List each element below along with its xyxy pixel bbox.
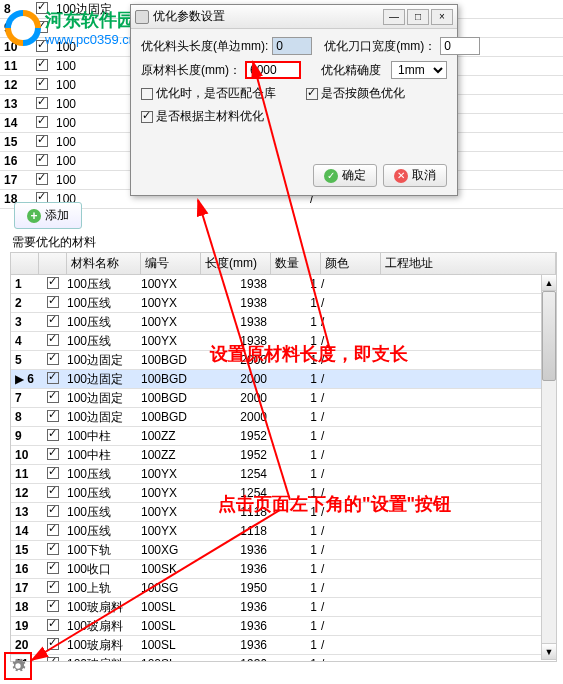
row-checkbox[interactable] (47, 410, 59, 422)
ok-button[interactable]: 确定 (313, 164, 377, 187)
col-name[interactable]: 材料名称 (67, 253, 141, 274)
table-row[interactable]: 21100玻扇料100SL19361/ (11, 655, 556, 661)
row-checkbox[interactable] (47, 486, 59, 498)
row-checkbox[interactable] (47, 581, 59, 593)
cut-width-label: 优化刀口宽度(mm)： (324, 38, 436, 55)
table-row[interactable]: 5100边固定100BGD20001/ (11, 351, 556, 370)
row-checkbox[interactable] (47, 543, 59, 555)
table-row[interactable]: 10100中柱100ZZ19521/ (11, 446, 556, 465)
watermark: 河东软件园 www.pc0359.cn (5, 8, 136, 47)
table-row[interactable]: 17100上轨100SG19501/ (11, 579, 556, 598)
table-row[interactable]: 13100压线100YX11181/ (11, 503, 556, 522)
dialog-icon (135, 10, 149, 24)
section-title: 需要优化的材料 (12, 234, 96, 251)
table-row[interactable]: 20100玻扇料100SL19361/ (11, 636, 556, 655)
cross-icon (394, 169, 408, 183)
table-row[interactable]: 4100压线100YX19381/ (11, 332, 556, 351)
row-checkbox[interactable] (47, 619, 59, 631)
row-checkbox[interactable] (47, 315, 59, 327)
match-warehouse-checkbox[interactable]: 优化时，是否匹配仓库 (141, 85, 276, 102)
check-icon (324, 169, 338, 183)
col-color[interactable]: 颜色 (321, 253, 381, 274)
table-row[interactable]: 3100压线100YX19381/ (11, 313, 556, 332)
table-header: 材料名称 编号 长度(mm) 数量 颜色 工程地址 (11, 253, 556, 275)
cancel-button[interactable]: 取消 (383, 164, 447, 187)
table-row[interactable]: 2100压线100YX19381/ (11, 294, 556, 313)
cut-width-input[interactable] (440, 37, 480, 55)
dialog-title: 优化参数设置 (153, 8, 225, 25)
table-row[interactable]: ▶ 6100边固定100BGD20001/ (11, 370, 556, 389)
table-row[interactable]: 14100压线100YX11181/ (11, 522, 556, 541)
dialog-titlebar[interactable]: 优化参数设置 — □ × (131, 5, 457, 29)
add-button[interactable]: + 添加 (14, 202, 82, 229)
row-checkbox[interactable] (47, 277, 59, 289)
col-length[interactable]: 长度(mm) (201, 253, 271, 274)
row-checkbox[interactable] (47, 372, 59, 384)
scroll-down-button[interactable]: ▼ (542, 643, 556, 659)
row-checkbox[interactable] (47, 600, 59, 612)
precision-select[interactable]: 1mm (391, 61, 447, 79)
plus-icon: + (27, 209, 41, 223)
row-checkbox[interactable] (47, 657, 59, 662)
table-row[interactable]: 15100下轨100XG19361/ (11, 541, 556, 560)
row-checkbox[interactable] (47, 562, 59, 574)
row-checkbox[interactable] (47, 334, 59, 346)
head-length-input[interactable] (272, 37, 312, 55)
vertical-scrollbar[interactable]: ▲ ▼ (541, 274, 557, 660)
materials-table: 材料名称 编号 长度(mm) 数量 颜色 工程地址 1100压线100YX193… (10, 252, 557, 662)
scroll-up-button[interactable]: ▲ (542, 275, 556, 291)
table-row[interactable]: 8100边固定100BGD20001/ (11, 408, 556, 427)
raw-length-label: 原材料长度(mm)： (141, 62, 241, 79)
watermark-text: 河东软件园 (45, 8, 136, 32)
gear-icon[interactable] (10, 658, 26, 674)
row-checkbox[interactable] (47, 296, 59, 308)
by-color-checkbox[interactable]: 是否按颜色优化 (306, 85, 405, 102)
row-checkbox[interactable] (47, 391, 59, 403)
table-row[interactable]: 18100玻扇料100SL19361/ (11, 598, 556, 617)
table-row[interactable]: 7100边固定100BGD20001/ (11, 389, 556, 408)
table-row[interactable]: 19100玻扇料100SL19361/ (11, 617, 556, 636)
raw-length-input[interactable] (245, 61, 301, 79)
logo-icon (5, 10, 41, 46)
col-project[interactable]: 工程地址 (381, 253, 556, 274)
row-checkbox[interactable] (47, 505, 59, 517)
maximize-button[interactable]: □ (407, 9, 429, 25)
settings-dialog: 优化参数设置 — □ × 优化料头长度(单边mm): 优化刀口宽度(mm)： 原… (130, 4, 458, 196)
col-qty[interactable]: 数量 (271, 253, 321, 274)
table-row[interactable]: 9100中柱100ZZ19521/ (11, 427, 556, 446)
table-row[interactable]: 1100压线100YX19381/ (11, 275, 556, 294)
scroll-thumb[interactable] (542, 291, 556, 381)
row-checkbox[interactable] (47, 429, 59, 441)
col-code[interactable]: 编号 (141, 253, 201, 274)
table-row[interactable]: 16100收口100SK19361/ (11, 560, 556, 579)
table-row[interactable]: 11100压线100YX12541/ (11, 465, 556, 484)
row-checkbox[interactable] (47, 467, 59, 479)
row-checkbox[interactable] (47, 353, 59, 365)
minimize-button[interactable]: — (383, 9, 405, 25)
table-row[interactable]: 12100压线100YX12541/ (11, 484, 556, 503)
close-button[interactable]: × (431, 9, 453, 25)
row-checkbox[interactable] (47, 638, 59, 650)
head-length-label: 优化料头长度(单边mm): (141, 38, 268, 55)
row-checkbox[interactable] (47, 448, 59, 460)
watermark-url: www.pc0359.cn (45, 32, 136, 47)
by-main-material-checkbox[interactable]: 是否根据主材料优化 (141, 108, 264, 125)
row-checkbox[interactable] (47, 524, 59, 536)
precision-label: 优化精确度 (321, 62, 381, 79)
settings-gear-highlight (4, 652, 32, 680)
